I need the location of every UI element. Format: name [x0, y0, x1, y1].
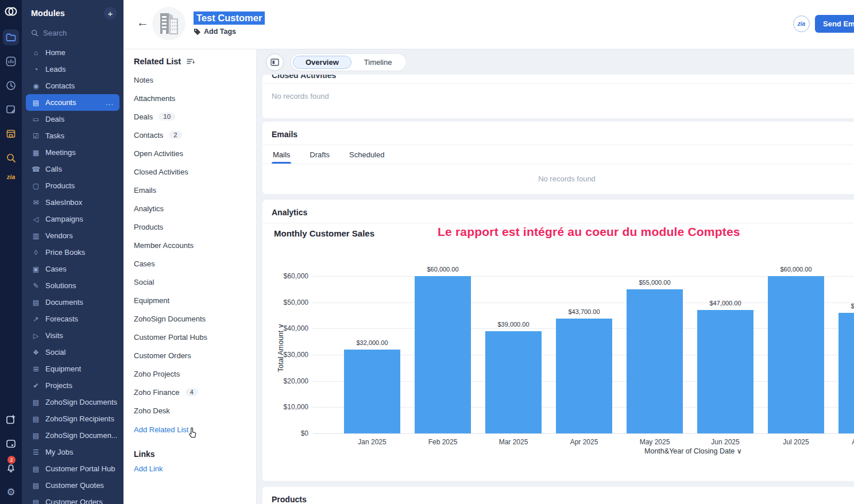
- zia-label[interactable]: zia: [7, 173, 16, 180]
- email-tab-scheduled[interactable]: Scheduled: [348, 145, 385, 164]
- sidebar-item-tasks[interactable]: ☑Tasks: [26, 127, 119, 144]
- related-item-open-activities[interactable]: Open Activities: [123, 144, 256, 162]
- back-arrow-icon[interactable]: ←: [137, 15, 149, 29]
- notebook-icon[interactable]: [3, 102, 19, 118]
- folder-icon[interactable]: [3, 29, 19, 45]
- zia-badge-button[interactable]: zia: [793, 15, 810, 32]
- sidebar-item-customer-orders[interactable]: ▤Customer Orders: [26, 494, 119, 504]
- sidebar-item-solutions[interactable]: ✎Solutions: [26, 277, 119, 294]
- sidebar-item-cases[interactable]: ▣Cases: [26, 261, 119, 277]
- bar-aug-2025[interactable]: [838, 313, 854, 433]
- related-item-attachments[interactable]: Attachments: [123, 89, 256, 107]
- related-item-zoho-projects[interactable]: Zoho Projects: [123, 365, 256, 383]
- sidebar-item-price-books[interactable]: ◊Price Books: [26, 244, 119, 261]
- sidebar-item-home[interactable]: ⌂Home: [26, 44, 119, 61]
- bar-jul-2025[interactable]: [768, 276, 824, 433]
- tab-overview[interactable]: Overview: [293, 56, 351, 69]
- sidebar-item-salesinbox[interactable]: ✉SalesInbox: [26, 194, 119, 211]
- related-item-analytics[interactable]: Analytics: [123, 199, 256, 218]
- related-item-products[interactable]: Products: [123, 218, 256, 236]
- related-item-customer-orders[interactable]: Customer Orders: [123, 346, 256, 365]
- email-tab-mails[interactable]: Mails: [272, 145, 291, 164]
- add-module-button[interactable]: +: [104, 7, 117, 20]
- related-item-zohosign-documents[interactable]: ZohoSign Documents: [123, 309, 256, 328]
- sidebar-item-label: Documents: [45, 298, 83, 307]
- zia-search-icon[interactable]: [3, 150, 19, 166]
- related-item-label: Contacts: [134, 131, 163, 139]
- send-email-button[interactable]: Send Email: [815, 15, 854, 33]
- add-link-link[interactable]: Add Link: [123, 461, 256, 476]
- account-avatar[interactable]: [152, 7, 186, 40]
- sidebar-item-vendors[interactable]: ▥Vendors: [26, 227, 119, 244]
- module-options-icon[interactable]: ...: [106, 98, 114, 107]
- compose-icon[interactable]: [3, 412, 19, 428]
- bar-jan-2025[interactable]: [344, 350, 400, 433]
- emails-card: Emails MailsDraftsScheduled No records f…: [262, 122, 854, 194]
- sidebar-item-customer-quotes[interactable]: ▤Customer Quotes: [26, 477, 119, 494]
- sidebar-item-customer-portal-hub[interactable]: ▤Customer Portal Hub: [26, 460, 119, 477]
- forecasts-icon: ↗: [32, 315, 40, 323]
- sidebar-item-accounts[interactable]: ▤Accounts...: [26, 94, 119, 111]
- sidebar-item-leads[interactable]: ◔Leads: [26, 61, 119, 77]
- related-item-zoho-desk[interactable]: Zoho Desk: [123, 401, 256, 420]
- modules-sidebar: Modules + Search ⌂Home◔Leads◉Contacts▤Ac…: [22, 0, 123, 504]
- sidebar-item-label: Customer Quotes: [45, 481, 104, 490]
- settings-gear-icon[interactable]: ⚙: [3, 484, 19, 500]
- sidebar-item-label: Home: [45, 48, 65, 57]
- sidebar-item-calls[interactable]: ☎Calls: [26, 161, 119, 177]
- sidebar-item-zohosign-documen[interactable]: ▤ZohoSign Documen...: [26, 427, 119, 444]
- business-card-view-button[interactable]: [266, 53, 284, 71]
- bar-feb-2025[interactable]: [415, 276, 471, 433]
- sidebar-item-products[interactable]: ▢Products: [26, 177, 119, 194]
- sidebar-item-meetings[interactable]: ▦Meetings: [26, 144, 119, 161]
- email-tab-drafts[interactable]: Drafts: [308, 145, 331, 164]
- notification-badge: 2: [7, 456, 16, 464]
- add-related-list-link[interactable]: Add Related List: [123, 420, 256, 439]
- sidebar-item-projects[interactable]: ✔Projects: [26, 377, 119, 394]
- related-item-customer-portal-hubs[interactable]: Customer Portal Hubs: [123, 328, 256, 346]
- related-item-label: Zoho Projects: [134, 370, 180, 378]
- sidebar-item-social[interactable]: ❖Social: [26, 344, 119, 360]
- related-item-deals[interactable]: Deals10: [123, 107, 256, 126]
- sidebar-item-my-jobs[interactable]: ☰My Jobs: [26, 444, 119, 460]
- zoho-logo[interactable]: [4, 6, 18, 17]
- modules-title: Modules: [31, 9, 65, 18]
- record-title[interactable]: Test Customer: [194, 11, 265, 25]
- module-search[interactable]: Search: [22, 24, 123, 44]
- bar-apr-2025[interactable]: [556, 319, 612, 433]
- sidebar-item-documents[interactable]: ▤Documents: [26, 294, 119, 311]
- bar-jun-2025[interactable]: [697, 310, 753, 433]
- bar-may-2025[interactable]: [627, 289, 683, 433]
- sidebar-item-visits[interactable]: ▷Visits: [26, 327, 119, 344]
- chart-x-axis-field[interactable]: Month&Year of Closing Date ∨: [630, 447, 756, 455]
- sidebar-item-deals[interactable]: ▭Deals: [26, 111, 119, 127]
- notifications-bell-icon[interactable]: 2: [3, 460, 19, 476]
- email-tabs: MailsDraftsScheduled: [262, 145, 854, 164]
- recent-icon[interactable]: [3, 77, 19, 94]
- related-item-notes[interactable]: Notes: [123, 71, 256, 89]
- related-item-equipment[interactable]: Equipment: [123, 291, 256, 309]
- reports-icon[interactable]: [3, 53, 19, 69]
- bar-value-label: $39,000.00: [482, 321, 545, 328]
- related-item-contacts[interactable]: Contacts2: [123, 126, 256, 144]
- sidebar-item-contacts[interactable]: ◉Contacts: [26, 77, 119, 94]
- salesinbox-icon: ✉: [32, 199, 40, 207]
- related-item-emails[interactable]: Emails: [123, 181, 256, 199]
- add-tags-button[interactable]: Add Tags: [194, 28, 236, 36]
- sidebar-item-equipment[interactable]: ⊞Equipment: [26, 360, 119, 377]
- deals-icon: ▭: [32, 115, 40, 123]
- related-item-closed-activities[interactable]: Closed Activities: [123, 162, 256, 181]
- sidebar-item-zohosign-documents[interactable]: ▤ZohoSign Documents: [26, 394, 119, 410]
- marketplace-icon[interactable]: [3, 126, 19, 142]
- sidebar-item-forecasts[interactable]: ↗Forecasts: [26, 311, 119, 327]
- related-item-member-accounts[interactable]: Member Accounts: [123, 236, 256, 254]
- related-item-cases[interactable]: Cases: [123, 254, 256, 273]
- bar-mar-2025[interactable]: [485, 331, 542, 433]
- tab-timeline[interactable]: Timeline: [351, 56, 405, 69]
- sort-icon[interactable]: [187, 58, 195, 65]
- sidebar-item-zohosign-recipients[interactable]: ▤ZohoSign Recipients: [26, 410, 119, 427]
- related-item-social[interactable]: Social: [123, 273, 256, 291]
- calendar-icon[interactable]: [3, 436, 19, 452]
- related-item-zoho-finance[interactable]: Zoho Finance4: [123, 383, 256, 401]
- sidebar-item-campaigns[interactable]: ◁Campaigns: [26, 211, 119, 227]
